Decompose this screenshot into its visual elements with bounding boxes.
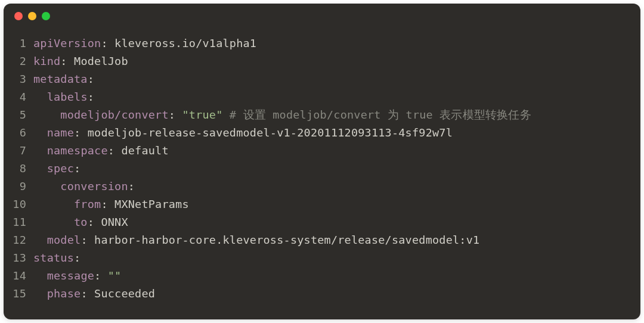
token-val: default bbox=[121, 144, 168, 157]
code-line: 12 model: harbor-harbor-core.kleveross-s… bbox=[11, 231, 633, 249]
line-number: 14 bbox=[11, 267, 33, 285]
line-content: phase: Succeeded bbox=[33, 285, 633, 303]
token-punct: : bbox=[60, 55, 74, 67]
zoom-icon[interactable] bbox=[42, 12, 50, 20]
token-key: message bbox=[47, 269, 94, 282]
token-punct: : bbox=[74, 251, 80, 264]
code-line: 7 namespace: default bbox=[11, 142, 633, 160]
line-content: status: bbox=[33, 249, 633, 267]
token-punct: : bbox=[80, 234, 94, 246]
line-content: model: harbor-harbor-core.kleveross-syst… bbox=[33, 231, 633, 249]
line-number: 4 bbox=[11, 88, 33, 106]
token-str: "true" bbox=[182, 108, 222, 121]
token-punct: : bbox=[101, 37, 114, 49]
token-comment: # 设置 modeljob/convert 为 true 表示模型转换任务 bbox=[230, 108, 531, 121]
token-key: spec bbox=[47, 162, 74, 175]
token-key: metadata bbox=[33, 73, 88, 85]
line-number: 6 bbox=[11, 124, 33, 142]
token-val bbox=[33, 269, 47, 282]
token-val bbox=[33, 287, 47, 300]
token-val: MXNetParams bbox=[114, 198, 189, 210]
token-key: model bbox=[47, 234, 81, 246]
line-content: apiVersion: kleveross.io/v1alpha1 bbox=[33, 35, 633, 52]
token-punct: : bbox=[108, 144, 122, 157]
token-str: "" bbox=[108, 269, 122, 282]
token-val bbox=[33, 162, 47, 175]
token-val bbox=[33, 108, 60, 121]
line-number: 1 bbox=[11, 35, 33, 52]
line-content: message: "" bbox=[33, 267, 633, 285]
token-key: to bbox=[74, 216, 88, 228]
token-val: ONNX bbox=[101, 216, 128, 228]
code-line: 6 name: modeljob-release-savedmodel-v1-2… bbox=[11, 124, 633, 142]
line-content: labels: bbox=[33, 88, 633, 106]
line-number: 2 bbox=[11, 52, 33, 70]
token-val bbox=[33, 126, 47, 139]
line-content: conversion: bbox=[33, 178, 633, 195]
token-punct: : bbox=[74, 126, 88, 139]
window-titlebar bbox=[4, 4, 640, 24]
code-window: 1apiVersion: kleveross.io/v1alpha12kind:… bbox=[4, 4, 640, 319]
token-key: apiVersion bbox=[33, 37, 101, 49]
code-line: 11 to: ONNX bbox=[11, 213, 633, 231]
line-number: 9 bbox=[11, 178, 33, 195]
line-number: 3 bbox=[11, 70, 33, 88]
line-number: 8 bbox=[11, 160, 33, 178]
token-key: namespace bbox=[47, 144, 108, 157]
token-val: modeljob-release-savedmodel-v1-202011120… bbox=[88, 126, 453, 139]
code-line: 4 labels: bbox=[11, 88, 633, 106]
token-key: kind bbox=[33, 55, 60, 67]
line-number: 15 bbox=[11, 285, 33, 303]
token-val: ModelJob bbox=[74, 55, 128, 67]
token-val bbox=[33, 216, 74, 228]
token-key: status bbox=[33, 251, 74, 264]
token-key: conversion bbox=[60, 180, 128, 192]
token-val bbox=[33, 144, 47, 157]
line-content: to: ONNX bbox=[33, 213, 633, 231]
minimize-icon[interactable] bbox=[28, 12, 36, 20]
code-line: 9 conversion: bbox=[11, 178, 633, 195]
line-content: spec: bbox=[33, 160, 633, 178]
token-val bbox=[33, 91, 47, 103]
token-key: phase bbox=[47, 287, 81, 300]
line-number: 12 bbox=[11, 231, 33, 249]
line-content: from: MXNetParams bbox=[33, 195, 633, 213]
token-punct: : bbox=[80, 287, 94, 300]
line-content: name: modeljob-release-savedmodel-v1-202… bbox=[33, 124, 633, 142]
token-punct: : bbox=[88, 73, 94, 85]
code-line: 2kind: ModelJob bbox=[11, 52, 633, 70]
code-line: 1apiVersion: kleveross.io/v1alpha1 bbox=[11, 35, 633, 52]
line-number: 7 bbox=[11, 142, 33, 160]
code-area: 1apiVersion: kleveross.io/v1alpha12kind:… bbox=[4, 24, 640, 310]
token-val: Succeeded bbox=[94, 287, 155, 300]
token-punct: : bbox=[88, 91, 94, 103]
line-content: modeljob/convert: "true" # 设置 modeljob/c… bbox=[33, 106, 633, 124]
line-content: namespace: default bbox=[33, 142, 633, 160]
token-val bbox=[33, 234, 47, 246]
line-number: 13 bbox=[11, 249, 33, 267]
token-val: kleveross.io/v1alpha1 bbox=[114, 37, 256, 49]
token-key: from bbox=[74, 198, 101, 210]
token-punct: : bbox=[169, 108, 182, 121]
token-punct: : bbox=[128, 180, 135, 192]
code-line: 10 from: MXNetParams bbox=[11, 195, 633, 213]
token-val bbox=[33, 198, 74, 210]
code-line: 14 message: "" bbox=[11, 267, 633, 285]
code-line: 15 phase: Succeeded bbox=[11, 285, 633, 303]
token-punct: : bbox=[74, 162, 80, 175]
token-key: name bbox=[47, 126, 74, 139]
token-key: labels bbox=[47, 91, 88, 103]
close-icon[interactable] bbox=[14, 12, 23, 20]
token-val bbox=[223, 108, 230, 121]
line-number: 10 bbox=[11, 195, 33, 213]
token-key: modeljob/convert bbox=[60, 108, 168, 121]
token-punct: : bbox=[94, 269, 108, 282]
token-punct: : bbox=[101, 198, 114, 210]
token-punct: : bbox=[88, 216, 101, 228]
token-val: harbor-harbor-core.kleveross-system/rele… bbox=[94, 234, 479, 246]
line-content: metadata: bbox=[33, 70, 633, 88]
code-line: 3metadata: bbox=[11, 70, 633, 88]
code-line: 5 modeljob/convert: "true" # 设置 modeljob… bbox=[11, 106, 633, 124]
code-line: 8 spec: bbox=[11, 160, 633, 178]
code-line: 13status: bbox=[11, 249, 633, 267]
